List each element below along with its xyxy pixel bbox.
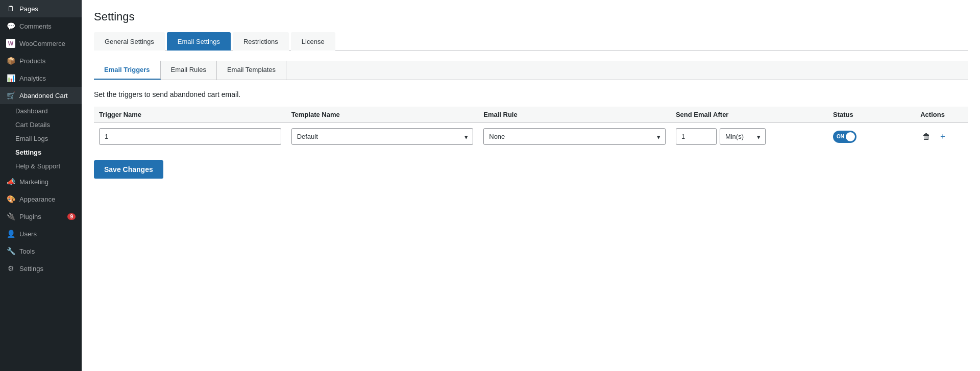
settings-icon: ⚙ (6, 264, 15, 273)
sidebar-label-marketing: Marketing (19, 178, 48, 186)
tab-restrictions[interactable]: Restrictions (233, 32, 289, 51)
comments-icon: 💬 (6, 21, 15, 31)
abandoned-cart-icon: 🛒 (6, 91, 15, 100)
email-rule-select[interactable]: None (483, 128, 666, 145)
sidebar: 🗒 Pages 💬 Comments W WooCommerce 📦 Produ… (0, 0, 82, 371)
plugins-icon: 🔌 (6, 212, 15, 221)
main-content: Settings General Settings Email Settings… (82, 0, 980, 371)
sidebar-item-settings[interactable]: ⚙ Settings (0, 260, 82, 277)
add-button[interactable]: ＋ (937, 129, 949, 144)
products-icon: 📦 (6, 56, 15, 65)
tab-email-templates[interactable]: Email Templates (217, 61, 286, 80)
col-header-status: Status (828, 107, 915, 123)
sidebar-label-comments: Comments (19, 22, 52, 30)
woocommerce-icon: W (6, 39, 15, 48)
actions-cell: 🗑 ＋ (920, 129, 963, 144)
col-header-actions: Actions (915, 107, 968, 123)
description-text: Set the triggers to send abandoned cart … (94, 90, 968, 98)
sub-tabs: Email Triggers Email Rules Email Templat… (94, 61, 968, 80)
top-tabs: General Settings Email Settings Restrict… (94, 32, 968, 51)
send-after-unit-select[interactable]: Min(s) Hour(s) Day(s) (720, 128, 766, 145)
sidebar-sub-email-logs[interactable]: Email Logs (0, 132, 82, 145)
sidebar-sub-settings[interactable]: Settings (0, 145, 82, 159)
tab-license[interactable]: License (291, 32, 335, 51)
tools-icon: 🔧 (6, 246, 15, 256)
template-name-select[interactable]: Default (291, 128, 474, 145)
sidebar-label-analytics: Analytics (19, 75, 46, 82)
send-after-unit-select-wrapper: Min(s) Hour(s) Day(s) (720, 128, 766, 145)
sidebar-label-pages: Pages (19, 5, 38, 13)
sidebar-label-appearance: Appearance (19, 195, 55, 203)
sidebar-item-plugins[interactable]: 🔌 Plugins 9 (0, 208, 82, 225)
sidebar-label-plugins: Plugins (19, 213, 41, 220)
sidebar-label-abandoned-cart: Abandoned Cart (19, 92, 68, 100)
sidebar-label-woocommerce: WooCommerce (19, 40, 65, 47)
marketing-icon: 📣 (6, 177, 15, 186)
sidebar-item-appearance[interactable]: 🎨 Appearance (0, 190, 82, 208)
toggle-slider: ON (833, 131, 856, 143)
appearance-icon: 🎨 (6, 194, 15, 204)
col-header-send-email-after: Send Email After (671, 107, 828, 123)
tab-email-rules[interactable]: Email Rules (161, 61, 217, 80)
col-header-email-rule: Email Rule (478, 107, 671, 123)
sidebar-item-pages[interactable]: 🗒 Pages (0, 0, 82, 17)
tab-email-triggers[interactable]: Email Triggers (94, 61, 161, 80)
template-name-select-wrapper: Default (291, 128, 474, 145)
email-rule-select-wrapper: None (483, 128, 666, 145)
sidebar-label-settings: Settings (19, 265, 43, 273)
col-header-template-name: Template Name (286, 107, 479, 123)
sidebar-item-marketing[interactable]: 📣 Marketing (0, 173, 82, 190)
send-after-value-input[interactable] (676, 128, 717, 145)
sidebar-sub-dashboard[interactable]: Dashboard (0, 104, 82, 118)
status-toggle[interactable]: ON (833, 131, 856, 143)
sidebar-item-products[interactable]: 📦 Products (0, 52, 82, 69)
delete-button[interactable]: 🗑 (920, 130, 933, 143)
sidebar-item-comments[interactable]: 💬 Comments (0, 17, 82, 35)
plugins-badge: 9 (67, 213, 76, 220)
table-row: Default None (94, 123, 968, 151)
toggle-on-label: ON (837, 134, 844, 139)
sidebar-item-abandoned-cart[interactable]: 🛒 Abandoned Cart (0, 87, 82, 104)
sidebar-label-tools: Tools (19, 248, 35, 255)
users-icon: 👤 (6, 229, 15, 238)
save-changes-button[interactable]: Save Changes (94, 160, 163, 179)
sidebar-label-products: Products (19, 57, 45, 65)
sidebar-sub-cart-details[interactable]: Cart Details (0, 118, 82, 132)
tab-email-settings[interactable]: Email Settings (167, 32, 231, 51)
send-after-group: Min(s) Hour(s) Day(s) (676, 128, 823, 145)
content-area: Settings General Settings Email Settings… (82, 0, 980, 371)
col-header-trigger-name: Trigger Name (94, 107, 286, 123)
trigger-name-input[interactable] (99, 128, 281, 145)
sidebar-item-users[interactable]: 👤 Users (0, 225, 82, 242)
sidebar-item-analytics[interactable]: 📊 Analytics (0, 69, 82, 87)
page-title: Settings (94, 10, 968, 23)
tab-general-settings[interactable]: General Settings (94, 32, 165, 51)
sidebar-sub-help-support[interactable]: Help & Support (0, 159, 82, 173)
analytics-icon: 📊 (6, 73, 15, 83)
pages-icon: 🗒 (6, 4, 15, 13)
sidebar-item-woocommerce[interactable]: W WooCommerce (0, 35, 82, 52)
sidebar-item-tools[interactable]: 🔧 Tools (0, 242, 82, 260)
status-toggle-wrapper: ON (833, 131, 910, 143)
trigger-table: Trigger Name Template Name Email Rule Se… (94, 107, 968, 150)
sidebar-label-users: Users (19, 230, 37, 238)
